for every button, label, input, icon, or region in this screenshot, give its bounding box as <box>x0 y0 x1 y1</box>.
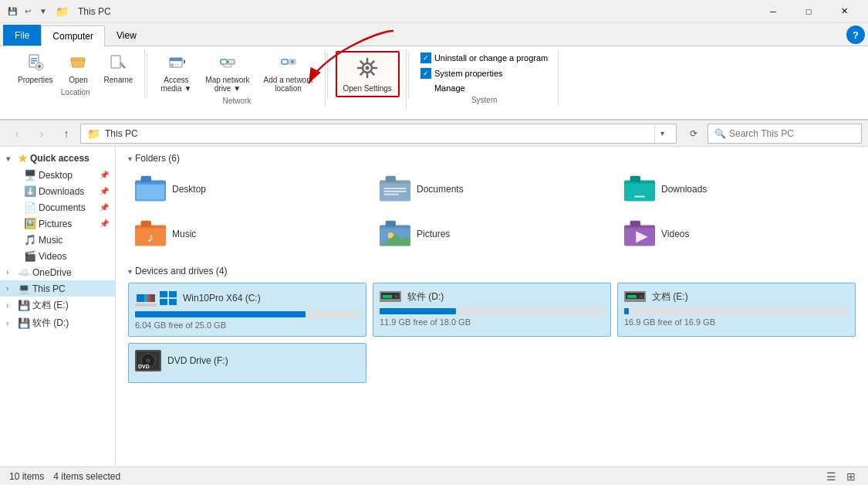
svg-rect-13 <box>170 58 182 61</box>
address-dropdown[interactable]: ▾ <box>654 124 670 143</box>
drive-f-icon-area: DVD <box>135 350 161 371</box>
forward-button[interactable]: › <box>31 123 52 144</box>
system-props-button[interactable]: ✓ System properties <box>417 66 552 80</box>
pictures-label: Pictures <box>39 219 98 229</box>
details-view-button[interactable]: ☰ <box>823 469 839 484</box>
folder-music-label: Music <box>172 229 196 239</box>
drive-e[interactable]: 文档 (E:) 16.9 GB free of 16.9 GB <box>617 283 856 337</box>
desktop-icon: 🖥️ <box>24 169 36 181</box>
sidebar-quick-access[interactable]: ▾ ★ Quick access <box>0 150 115 167</box>
back-button[interactable]: ‹ <box>6 123 28 144</box>
svg-rect-69 <box>135 304 157 307</box>
folder-item-downloads[interactable]: Downloads <box>617 170 856 209</box>
drive-d-bar-bg <box>380 308 604 314</box>
sidebar-item-onedrive[interactable]: › ☁️ OneDrive <box>0 264 115 280</box>
svg-text:♪: ♪ <box>147 229 154 245</box>
svg-rect-81 <box>627 295 637 298</box>
drive-f-icon: DVD <box>135 350 161 371</box>
pictures-pin-icon: 📌 <box>100 219 109 228</box>
quick-access-items: 🖥️ Desktop 📌 ⬇️ Downloads 📌 📄 Documents … <box>0 167 115 264</box>
address-bar[interactable]: 📁 This PC ▾ <box>80 124 677 144</box>
drive-c-icon <box>135 290 157 307</box>
svg-rect-77 <box>383 295 392 298</box>
quick-save-icon[interactable]: 💾 <box>6 5 19 18</box>
ribbon-tabs: File Computer View ? <box>0 23 868 46</box>
sidebar-item-downloads[interactable]: ⬇️ Downloads 📌 <box>6 183 115 199</box>
sidebar-item-desktop[interactable]: 🖥️ Desktop 📌 <box>6 167 115 183</box>
folders-section-header[interactable]: ▾ Folders (6) <box>128 153 856 164</box>
sidebar-item-videos[interactable]: 🎬 Videos <box>6 248 115 264</box>
settings-group-spacer <box>366 99 369 107</box>
drives-section-header[interactable]: ▾ Devices and drives (4) <box>128 266 856 276</box>
folder-item-documents[interactable]: Documents <box>373 170 611 209</box>
rename-button[interactable]: Rename <box>99 51 139 86</box>
address-folder-icon: 📁 <box>87 127 100 140</box>
sidebar-item-this-pc[interactable]: › 💻 This PC <box>0 280 115 297</box>
rename-icon <box>109 53 127 74</box>
up-button[interactable]: ↑ <box>56 123 77 144</box>
add-network-button[interactable]: Add a networklocation <box>258 51 319 95</box>
refresh-button[interactable]: ⟳ <box>683 124 704 144</box>
svg-rect-39 <box>141 176 151 182</box>
folder-item-pictures[interactable]: Pictures <box>373 215 611 253</box>
access-media-button[interactable]: Accessmedia ▼ <box>155 51 197 95</box>
pictures-icon: 🖼️ <box>24 218 36 229</box>
search-bar[interactable]: 🔍 <box>708 124 862 144</box>
folder-item-videos[interactable]: Videos <box>617 215 856 253</box>
content-area: ▾ Folders (6) Desktop <box>116 147 868 466</box>
uninstall-button[interactable]: ✓ Uninstall or change a program <box>417 51 552 65</box>
tiles-view-button[interactable]: ⊞ <box>843 469 859 484</box>
svg-rect-18 <box>228 59 235 64</box>
map-network-button[interactable]: Map networkdrive ▼ <box>200 51 255 95</box>
title-bar-quick-icons: 💾 ↩ ▼ <box>6 5 49 18</box>
sidebar-item-documents[interactable]: 📄 Documents 📌 <box>6 199 115 215</box>
folder-desktop-label: Desktop <box>172 184 206 195</box>
tab-file[interactable]: File <box>3 25 41 46</box>
sidebar-item-music[interactable]: 🎵 Music <box>6 232 115 248</box>
help-button[interactable]: ? <box>846 25 865 44</box>
svg-point-14 <box>171 63 174 66</box>
documents-pin-icon: 📌 <box>100 203 109 212</box>
open-settings-label: Open Settings <box>343 84 392 93</box>
close-button[interactable]: ✕ <box>826 0 862 23</box>
svg-rect-2 <box>31 60 37 62</box>
sidebar-item-software-d[interactable]: › 💾 软件 (D:) <box>0 314 115 332</box>
items-selected: 4 items selected <box>53 471 120 482</box>
folder-item-desktop[interactable]: Desktop <box>128 170 366 209</box>
open-button[interactable]: Open <box>62 51 96 86</box>
drive-d-bar-fill <box>380 308 456 314</box>
ribbon-group-system: ✓ Uninstall or change a program ✓ System… <box>410 49 559 106</box>
properties-label: Properties <box>18 76 53 84</box>
sidebar-item-pictures[interactable]: 🖼️ Pictures 📌 <box>6 215 115 232</box>
manage-button[interactable]: Manage <box>417 82 552 94</box>
quick-more-icon[interactable]: ▼ <box>37 5 49 18</box>
settings-icon <box>355 56 380 83</box>
network-group-items: Accessmedia ▼ Map networkdrive ▼ Add a n… <box>155 51 318 95</box>
svg-rect-72 <box>160 299 167 305</box>
sidebar-item-docs-e[interactable]: › 💾 文档 (E:) <box>0 297 115 314</box>
add-network-icon <box>279 53 298 74</box>
svg-rect-8 <box>71 58 85 60</box>
window-folder-icon: 📁 <box>56 5 69 18</box>
drive-c[interactable]: Win10Pro X64 (C:) 6.04 GB free of 25.0 G… <box>128 283 366 337</box>
folder-videos-icon <box>624 220 655 248</box>
drive-d-info: 11.9 GB free of 18.0 GB <box>380 317 604 327</box>
drive-d-header: 软件 (D:) <box>380 290 604 304</box>
maximize-button[interactable]: □ <box>791 0 826 23</box>
minimize-button[interactable]: ─ <box>755 0 791 23</box>
folders-section-title: Folders (6) <box>135 153 180 164</box>
drive-d[interactable]: 软件 (D:) 11.9 GB free of 18.0 GB <box>373 283 611 337</box>
search-input[interactable] <box>729 128 855 139</box>
quick-undo-icon[interactable]: ↩ <box>22 5 34 18</box>
svg-rect-17 <box>221 59 227 64</box>
tab-view[interactable]: View <box>105 25 148 46</box>
uninstall-label: Uninstall or change a program <box>434 53 548 63</box>
tab-computer[interactable]: Computer <box>41 25 105 46</box>
folder-item-music[interactable]: ♪ Music <box>128 215 366 253</box>
drive-f[interactable]: DVD DVD Drive (F:) <box>128 343 366 383</box>
open-settings-button[interactable]: Open Settings <box>336 51 400 97</box>
ribbon-group-location: Properties Open Rename Location <box>6 49 145 98</box>
svg-rect-68 <box>147 294 150 302</box>
location-group-items: Properties Open Rename <box>12 51 138 86</box>
properties-button[interactable]: Properties <box>12 51 59 86</box>
